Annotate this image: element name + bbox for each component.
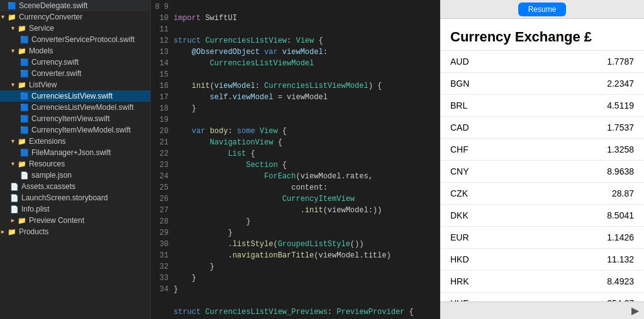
tree-item-converter-service-protocol[interactable]: 🟦ConverterServiceProtocol.swift — [0, 34, 150, 45]
currency-row[interactable]: EUR1.1426 — [440, 227, 644, 249]
folder-icon: ► — [10, 217, 16, 224]
tree-item-label: SceneDelegate.swift — [19, 1, 87, 10]
tree-item-filemanager-json[interactable]: 🟦FileManager+Json.swift — [0, 147, 150, 158]
file-tree[interactable]: 🟦SceneDelegate.swift▼📁CurrencyConverter▼… — [0, 0, 151, 319]
tree-item-currency-item-view-model-swift[interactable]: 🟦CurrencyItemViewModel.swift — [0, 124, 150, 136]
currency-row[interactable]: CAD1.7537 — [440, 117, 644, 139]
folder-symbol: 📁 — [18, 138, 26, 146]
currency-row[interactable]: HKD11.132 — [440, 249, 644, 271]
tree-item-info-plist[interactable]: 📄Info.plist — [0, 203, 150, 215]
currency-value: 1.7787 — [607, 57, 634, 67]
tree-item-label: Converter.swift — [31, 69, 81, 78]
swift-icon-symbol: 🟦 — [20, 70, 29, 78]
tree-item-launch-screen[interactable]: 📄LaunchScreen.storyboard — [0, 192, 150, 203]
folder-symbol: 📁 — [18, 24, 26, 33]
tree-item-label: CurrencyItemView.swift — [31, 114, 109, 123]
play-icon[interactable]: ▶ — [631, 305, 639, 316]
tree-item-label: Products — [19, 227, 48, 236]
folder-icon: ▼ — [10, 25, 16, 31]
tree-item-label: Preview Content — [29, 216, 84, 225]
tree-item-extensions[interactable]: ▼📁Extensions — [0, 136, 150, 147]
folder-icon: ▼ — [10, 138, 16, 144]
currency-code: BGN — [450, 78, 469, 89]
tree-item-label: CurrenciesListViewModel.swift — [31, 103, 134, 112]
swift-icon-symbol: 🟦 — [20, 36, 29, 44]
tree-item-label: Models — [29, 46, 53, 55]
currency-value: 2.2347 — [607, 78, 634, 89]
folder-symbol: 📁 — [8, 13, 16, 21]
folder-symbol: 📁 — [18, 160, 26, 168]
tree-item-label: Resources — [29, 160, 65, 168]
tree-item-resources[interactable]: ▼📁Resources — [0, 158, 150, 170]
tree-item-models[interactable]: ▼📁Models — [0, 45, 150, 57]
tree-item-currency-item-view-swift[interactable]: 🟦CurrencyItemView.swift — [0, 113, 150, 124]
tree-item-label: ListView — [29, 80, 57, 89]
phone-bottom-bar: ▶ — [440, 301, 644, 319]
currency-code: AUD — [450, 57, 469, 67]
tree-item-currency-swift[interactable]: 🟦Currency.swift — [0, 57, 150, 68]
tree-item-label: sample.json — [31, 171, 72, 180]
swift-icon-symbol: 🟦 — [20, 149, 29, 157]
tree-item-label: CurrenciesListView.swift — [31, 92, 113, 100]
currency-code: HRK — [450, 276, 469, 286]
currency-title: Currency Exchange £ — [450, 29, 634, 45]
tree-item-listview[interactable]: ▼📁ListView — [0, 79, 150, 90]
currency-value: 1.7537 — [607, 122, 634, 132]
currency-value: 8.4923 — [607, 276, 634, 286]
code-editor: 8 9 10 11 12 13 14 15 16 17 18 19 20 21 … — [151, 0, 440, 319]
tree-item-label: FileManager+Json.swift — [31, 148, 111, 157]
currency-row[interactable]: BRL4.5119 — [440, 95, 644, 117]
folder-symbol: 📁 — [18, 217, 26, 225]
tree-item-scene-delegate[interactable]: 🟦SceneDelegate.swift — [0, 0, 150, 11]
currency-value: 4.5119 — [607, 100, 634, 111]
currency-code: BRL — [450, 100, 467, 111]
currency-row[interactable]: HRK8.4923 — [440, 271, 644, 293]
code-content: import SwiftUI struct CurrenciesListView… — [174, 0, 440, 319]
phone-preview: Resume Currency Exchange £ AUD1.7787BGN2… — [440, 0, 644, 319]
tree-item-label: Info.plist — [21, 205, 50, 214]
currency-row[interactable]: AUD1.7787 — [440, 51, 644, 73]
tree-item-service[interactable]: ▼📁Service — [0, 23, 150, 34]
resume-button[interactable]: Resume — [518, 3, 567, 16]
tree-item-label: Service — [29, 24, 54, 33]
tree-item-label: Assets.xcassets — [21, 182, 75, 191]
currency-row[interactable]: DKK8.5041 — [440, 205, 644, 227]
currency-code: CHF — [450, 144, 469, 154]
currency-row[interactable]: CNY8.9638 — [440, 161, 644, 183]
currency-row[interactable]: CHF1.3258 — [440, 139, 644, 161]
json-icon-symbol: 📄 — [20, 171, 29, 180]
swift-icon-symbol: 🟦 — [20, 104, 29, 112]
tree-item-currencies-list-view-model-swift[interactable]: 🟦CurrenciesListViewModel.swift — [0, 102, 150, 113]
tree-item-label: CurrencyConverter — [19, 13, 82, 21]
tree-item-sample-json[interactable]: 📄sample.json — [0, 170, 150, 181]
currency-code: EUR — [450, 232, 469, 242]
tree-item-currencies-list-view-swift[interactable]: 🟦CurrenciesListView.swift — [0, 90, 150, 102]
tree-item-currency-converter[interactable]: ▼📁CurrencyConverter — [0, 11, 150, 23]
folder-icon: ► — [0, 229, 6, 235]
tree-item-label: LaunchScreen.storyboard — [21, 193, 108, 202]
currency-value: 8.5041 — [607, 210, 634, 220]
currency-code: CZK — [450, 188, 468, 198]
currency-list[interactable]: AUD1.7787BGN2.2347BRL4.5119CAD1.7537CHF1… — [440, 51, 644, 301]
line-numbers: 8 9 10 11 12 13 14 15 16 17 18 19 20 21 … — [151, 0, 174, 319]
folder-symbol: 📁 — [18, 47, 26, 55]
tree-item-preview-content[interactable]: ►📁Preview Content — [0, 215, 150, 226]
xcassets-icon-symbol: 📄 — [10, 183, 19, 191]
swift-icon-symbol: 🟦 — [20, 58, 29, 67]
phone-top-bar: Resume — [440, 0, 644, 19]
currency-value: 28.87 — [612, 188, 634, 198]
tree-item-products[interactable]: ►📁Products — [0, 226, 150, 237]
tree-item-converter-swift[interactable]: 🟦Converter.swift — [0, 68, 150, 79]
tree-item-assets-xcassets[interactable]: 📄Assets.xcassets — [0, 181, 150, 192]
currency-row[interactable]: CZK28.87 — [440, 183, 644, 205]
currency-code: DKK — [450, 210, 469, 220]
storyboard-icon-symbol: 📄 — [10, 194, 19, 202]
folder-icon: ▼ — [10, 82, 16, 88]
tree-item-label: CurrencyItemViewModel.swift — [31, 126, 131, 134]
currency-row[interactable]: HUF354.27 — [440, 293, 644, 301]
currency-row[interactable]: BGN2.2347 — [440, 73, 644, 95]
phone-screen: Currency Exchange £ AUD1.7787BGN2.2347BR… — [440, 19, 644, 301]
currency-value: 11.132 — [607, 254, 634, 264]
swift-icon-symbol: 🟦 — [20, 92, 29, 100]
tree-item-label: Extensions — [29, 137, 66, 146]
